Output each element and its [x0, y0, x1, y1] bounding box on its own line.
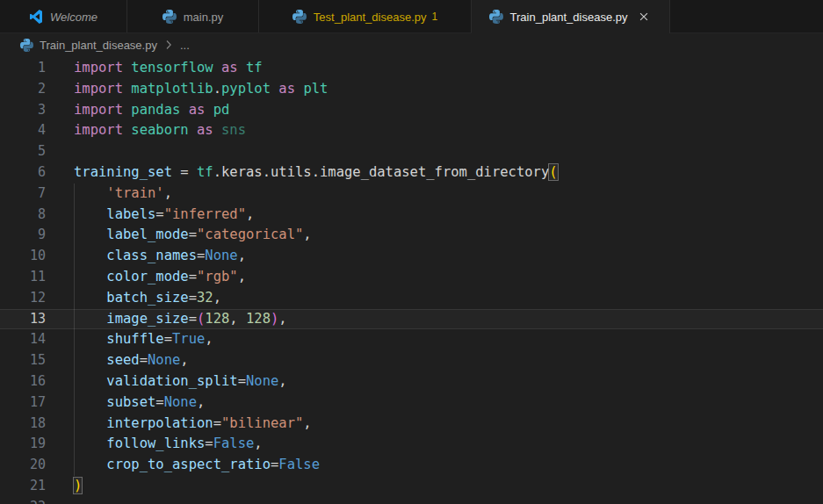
- line-number[interactable]: 15: [0, 350, 46, 371]
- code-line-3[interactable]: 3import pandas as pd: [0, 100, 823, 121]
- python-icon: [489, 10, 503, 24]
- code-text: crop_to_aspect_ratio=False: [74, 455, 320, 476]
- tab-main-py[interactable]: main.py: [127, 0, 259, 33]
- line-number[interactable]: 21: [0, 476, 46, 497]
- code-text: subset=None,: [74, 392, 205, 414]
- code-line-5[interactable]: 5: [0, 141, 823, 162]
- code-line-22[interactable]: 22: [0, 497, 823, 504]
- python-icon: [292, 10, 307, 24]
- line-number[interactable]: 10: [0, 246, 46, 267]
- code-line-1[interactable]: 1import tensorflow as tf: [0, 58, 823, 79]
- line-number[interactable]: 6: [0, 162, 46, 184]
- code-text: training_set = tf.keras.utils.image_data…: [74, 162, 558, 184]
- tab-test-plant-disease-py[interactable]: Test_plant_disease.py1: [259, 0, 472, 33]
- code-text: class_names=None,: [74, 246, 246, 267]
- editor-tab-bar: Welcomemain.pyTest_plant_disease.py1Trai…: [0, 0, 823, 33]
- line-number[interactable]: 8: [0, 205, 46, 226]
- line-number[interactable]: 20: [0, 455, 46, 476]
- code-line-7[interactable]: 7 'train',: [0, 184, 823, 205]
- breadcrumb-item-more[interactable]: ...: [180, 39, 190, 52]
- code-line-9[interactable]: 9 label_mode="categorical",: [0, 225, 823, 246]
- code-text: labels="inferred",: [74, 205, 254, 226]
- code-text: follow_links=False,: [74, 434, 263, 455]
- code-line-14[interactable]: 14 shuffle=True,: [0, 329, 823, 350]
- line-number[interactable]: 19: [0, 434, 46, 455]
- line-number[interactable]: 11: [0, 267, 46, 288]
- code-text: seed=None,: [74, 350, 189, 371]
- line-number[interactable]: 9: [0, 225, 46, 246]
- code-line-17[interactable]: 17 subset=None,: [0, 392, 823, 414]
- line-number[interactable]: 12: [0, 288, 46, 309]
- code-text: validation_split=None,: [74, 371, 287, 392]
- code-text: import seaborn as sns: [74, 120, 246, 141]
- code-line-21[interactable]: 21): [0, 476, 823, 497]
- line-number[interactable]: 16: [0, 371, 46, 392]
- line-number[interactable]: 1: [0, 58, 46, 79]
- tab-label: Test_plant_disease.py: [314, 11, 427, 24]
- tab-train-plant-disease-py[interactable]: Train_plant_disease.py: [472, 0, 670, 33]
- code-text: image_size=(128, 128),: [74, 309, 287, 330]
- code-text: import matplotlib.pyplot as plt: [74, 79, 328, 100]
- code-line-4[interactable]: 4import seaborn as sns: [0, 120, 823, 141]
- code-line-19[interactable]: 19 follow_links=False,: [0, 434, 823, 455]
- vscode-window: Welcomemain.pyTest_plant_disease.py1Trai…: [0, 0, 823, 504]
- tab-welcome[interactable]: Welcome: [0, 0, 127, 33]
- line-number[interactable]: 14: [0, 329, 46, 350]
- code-line-11[interactable]: 11 color_mode="rgb",: [0, 267, 823, 288]
- code-line-10[interactable]: 10 class_names=None,: [0, 246, 823, 267]
- code-line-20[interactable]: 20 crop_to_aspect_ratio=False: [0, 455, 823, 476]
- line-number[interactable]: 5: [0, 141, 46, 162]
- code-editor[interactable]: 1import tensorflow as tf2import matplotl…: [0, 56, 823, 504]
- code-line-6[interactable]: 6training_set = tf.keras.utils.image_dat…: [0, 162, 823, 184]
- code-line-15[interactable]: 15 seed=None,: [0, 350, 823, 371]
- code-text: 'train',: [74, 184, 172, 205]
- line-number[interactable]: 7: [0, 184, 46, 205]
- line-number[interactable]: 3: [0, 100, 46, 121]
- code-line-8[interactable]: 8 labels="inferred",: [0, 205, 823, 226]
- code-text: label_mode="categorical",: [74, 225, 312, 246]
- code-text: ): [74, 476, 82, 497]
- breadcrumb: Train_plant_disease.py ...: [0, 33, 823, 56]
- line-number[interactable]: 22: [0, 497, 46, 504]
- vscode-icon: [29, 10, 43, 24]
- warning-count-badge: 1: [431, 11, 437, 23]
- code-text: color_mode="rgb",: [74, 267, 246, 288]
- tab-label: Train_plant_disease.py: [510, 11, 628, 24]
- python-file-icon: [20, 39, 33, 52]
- line-number[interactable]: 17: [0, 392, 46, 414]
- code-text: import tensorflow as tf: [74, 58, 263, 79]
- code-line-12[interactable]: 12 batch_size=32,: [0, 288, 823, 309]
- chevron-right-icon: [162, 39, 175, 51]
- code-line-2[interactable]: 2import matplotlib.pyplot as plt: [0, 79, 823, 100]
- code-text: shuffle=True,: [74, 329, 213, 350]
- code-line-13[interactable]: 13 image_size=(128, 128),: [0, 309, 823, 330]
- code-line-16[interactable]: 16 validation_split=None,: [0, 371, 823, 392]
- line-number[interactable]: 13: [0, 309, 46, 330]
- code-text: interpolation="bilinear",: [74, 414, 312, 435]
- code-text: batch_size=32,: [74, 288, 221, 309]
- line-number[interactable]: 4: [0, 120, 46, 141]
- code-text: import pandas as pd: [74, 100, 229, 121]
- code-line-18[interactable]: 18 interpolation="bilinear",: [0, 414, 823, 435]
- tab-label: main.py: [184, 11, 224, 24]
- line-number[interactable]: 18: [0, 414, 46, 435]
- python-icon: [162, 10, 177, 24]
- line-number[interactable]: 2: [0, 79, 46, 100]
- close-icon[interactable]: [636, 9, 652, 25]
- tab-label: Welcome: [50, 11, 97, 24]
- breadcrumb-item-file[interactable]: Train_plant_disease.py: [40, 39, 157, 52]
